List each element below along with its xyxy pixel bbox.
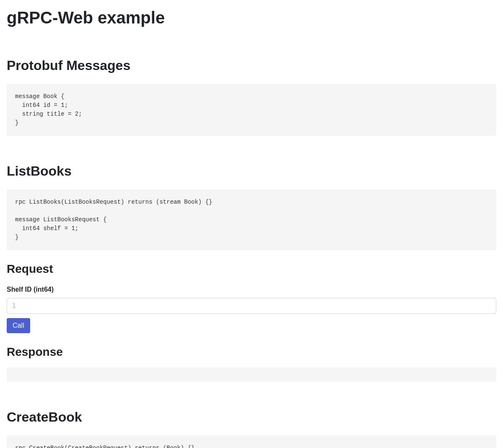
listbooks-response-output [7,368,496,382]
createbook-heading: CreateBook [7,407,496,427]
listbooks-request-heading: Request [7,260,496,278]
listbooks-code-block: rpc ListBooks(ListBooksRequest) returns … [7,189,496,250]
shelf-id-input[interactable] [7,298,496,314]
protobuf-code-block: message Book { int64 id = 1; string titl… [7,84,496,136]
shelf-id-label: Shelf ID (int64) [7,285,496,295]
listbooks-heading: ListBooks [7,161,496,181]
createbook-code-block: rpc CreateBook(CreateBookRequest) return… [7,435,496,448]
call-button[interactable]: Call [7,318,30,333]
protobuf-messages-heading: Protobuf Messages [7,55,496,75]
listbooks-response-heading: Response [7,343,496,361]
page-title: gRPC-Web example [7,5,496,30]
